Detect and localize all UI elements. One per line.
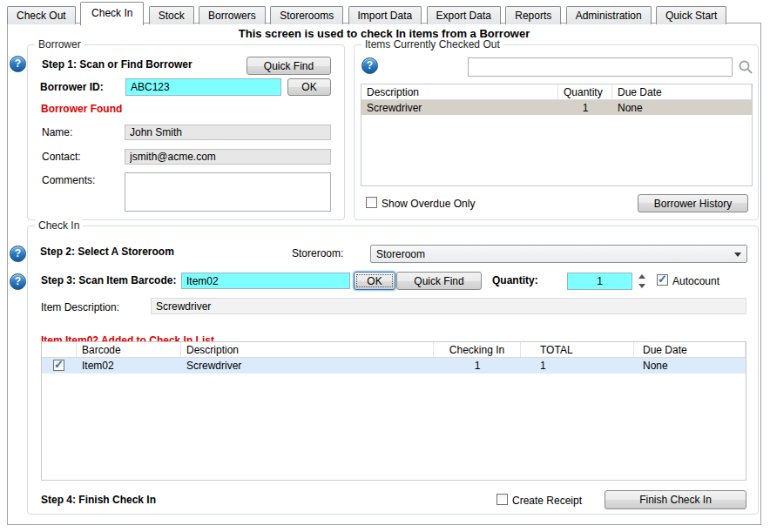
cell-total: 1 [521, 358, 634, 374]
storeroom-selected-value: Storeroom [376, 248, 425, 260]
autocount-label: Autocount [672, 275, 719, 287]
tab-check-out[interactable]: Check Out [7, 6, 76, 24]
column-header-description[interactable]: Description [361, 84, 558, 99]
quantity-input[interactable] [567, 273, 632, 290]
items-checked-out-group-label: Items Currently Checked Out [361, 38, 503, 51]
help-icon[interactable]: ? [10, 56, 26, 72]
tab-stock[interactable]: Stock [149, 6, 194, 24]
column-header-description[interactable]: Description [181, 342, 434, 357]
spinner-down-icon[interactable] [638, 284, 645, 288]
help-icon[interactable]: ? [10, 246, 26, 262]
chevron-down-icon [734, 253, 741, 257]
comments-input[interactable] [125, 172, 331, 212]
tab-bar: Check Out Check In Stock Borrowers Store… [7, 2, 728, 24]
borrower-ok-button[interactable]: OK [287, 78, 331, 96]
items-checked-out-group: Items Currently Checked Out ? Descriptio… [354, 44, 759, 220]
spinner-up-icon[interactable] [638, 274, 645, 279]
create-receipt-checkbox[interactable] [496, 494, 508, 505]
cell-due-date: None [612, 100, 752, 115]
show-overdue-only-checkbox[interactable] [366, 197, 377, 208]
table-header-row: Description Quantity Due Date [361, 84, 752, 100]
borrower-id-label: Borrower ID: [40, 81, 104, 93]
name-field [125, 125, 331, 140]
quick-find-item-button[interactable]: Quick Find [396, 272, 482, 290]
tab-export-data[interactable]: Export Data [427, 6, 501, 24]
barcode-ok-button[interactable]: OK [354, 272, 395, 290]
cell-select [42, 358, 77, 374]
borrower-history-button[interactable]: Borrower History [638, 194, 748, 212]
column-header-total[interactable]: TOTAL [521, 342, 634, 357]
contact-label: Contact: [42, 151, 81, 163]
contact-field [125, 149, 331, 165]
check-in-page: This screen is used to check In items fr… [7, 23, 761, 525]
items-checked-out-table: Description Quantity Due Date Screwdrive… [361, 84, 753, 186]
column-header-due-date[interactable]: Due Date [634, 342, 746, 357]
column-header-due-date[interactable]: Due Date [612, 84, 752, 99]
column-header-barcode[interactable]: Barcode [77, 342, 181, 357]
borrower-group: Borrower Step 1: Scan or Find Borrower Q… [27, 44, 345, 220]
tab-quick-start[interactable]: Quick Start [656, 6, 726, 24]
search-icon[interactable] [738, 59, 753, 75]
help-icon[interactable]: ? [361, 57, 378, 74]
step3-label: Step 3: Scan Item Barcode: [41, 274, 176, 286]
finish-check-in-button[interactable]: Finish Check In [605, 490, 746, 509]
tab-borrowers[interactable]: Borrowers [199, 6, 266, 24]
name-label: Name: [42, 126, 72, 138]
column-header-checking-in[interactable]: Checking In [434, 342, 521, 357]
item-description-label: Item Description: [41, 301, 119, 313]
borrower-id-input[interactable] [125, 78, 281, 96]
show-overdue-only-label: Show Overdue Only [382, 198, 475, 210]
row-select-checkbox[interactable] [53, 360, 64, 371]
storeroom-dropdown[interactable]: Storeroom [370, 245, 747, 263]
help-icon[interactable]: ? [10, 273, 26, 290]
borrower-status-text: Borrower Found [41, 103, 122, 115]
quantity-stepper[interactable] [636, 273, 648, 290]
column-header-select[interactable] [42, 342, 77, 357]
check-in-group-label: Check In [35, 219, 83, 232]
autocount-checkbox[interactable] [657, 274, 668, 286]
check-in-group: Check In Step 2: Select A Storeroom Stor… [27, 226, 759, 515]
borrower-group-label: Borrower [35, 38, 84, 51]
storeroom-label: Storeroom: [292, 247, 343, 259]
cell-description: Screwdriver [361, 100, 558, 115]
step4-label: Step 4: Finish Check In [41, 494, 156, 506]
cell-due-date: None [634, 358, 746, 374]
step1-label: Step 1: Scan or Find Borrower [42, 58, 192, 71]
comments-label: Comments: [42, 174, 95, 186]
item-barcode-input[interactable] [181, 273, 350, 289]
tab-import-data[interactable]: Import Data [348, 6, 422, 24]
quick-find-borrower-button[interactable]: Quick Find [247, 57, 331, 75]
check-in-table: Barcode Description Checking In TOTAL Du… [41, 341, 746, 481]
create-receipt-label: Create Receipt [512, 495, 582, 507]
table-row[interactable]: Item02 Screwdriver 1 1 None [42, 358, 746, 374]
tab-check-in[interactable]: Check In [80, 2, 144, 25]
cell-checking-in: 1 [434, 358, 521, 374]
cell-description: Screwdriver [181, 358, 434, 374]
tab-reports[interactable]: Reports [505, 6, 561, 24]
step2-label: Step 2: Select A Storeroom [40, 246, 174, 258]
item-description-field [151, 298, 746, 314]
table-header-row: Barcode Description Checking In TOTAL Du… [42, 342, 746, 358]
cell-quantity: 1 [558, 100, 612, 115]
tab-administration[interactable]: Administration [566, 6, 652, 24]
quantity-label: Quantity: [492, 274, 538, 286]
table-row[interactable]: Screwdriver 1 None [361, 100, 752, 115]
cell-barcode: Item02 [77, 358, 181, 374]
tab-storerooms[interactable]: Storerooms [270, 6, 343, 24]
items-search-input[interactable] [468, 57, 733, 77]
column-header-quantity[interactable]: Quantity [558, 84, 612, 99]
